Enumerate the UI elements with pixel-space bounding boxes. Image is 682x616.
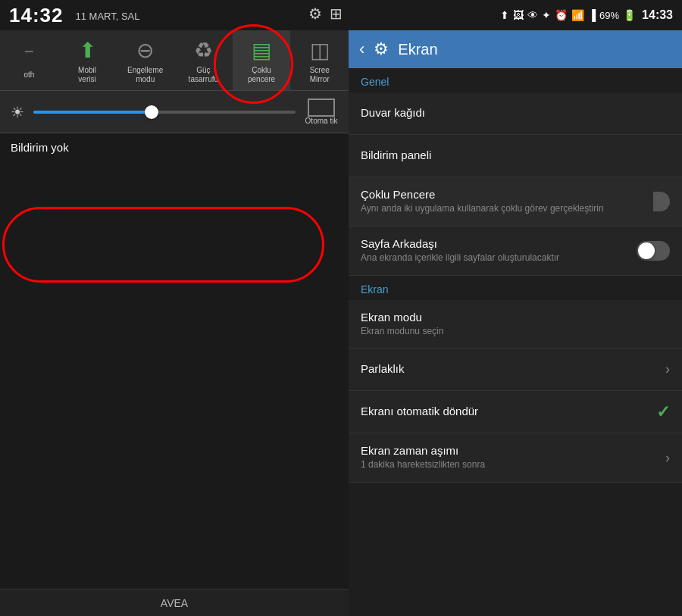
settings-item-parlaklik[interactable]: Parlaklık › xyxy=(349,349,682,391)
notification-text: Bildirim yok xyxy=(11,141,69,154)
otomatik-dondur-content: Ekranı otomatik döndür xyxy=(361,405,647,419)
brightness-auto[interactable]: Otoma tik xyxy=(305,98,338,125)
parlaklik-chevron: › xyxy=(665,361,670,377)
qs-coklu-label: Çoklupencere xyxy=(248,66,275,84)
upload-icon: ⬆ xyxy=(500,9,509,21)
brightness-fill xyxy=(33,111,152,114)
eye-icon: 👁 xyxy=(527,9,538,21)
status-bar-right: ⬆ 🖼 👁 ✦ ⏰ 📶 ▐ 69% 🔋 14:33 xyxy=(349,0,682,30)
coklu-pencere-content: Çoklu Pencere Aynı anda iki uygulama kul… xyxy=(361,188,644,215)
qs-engelleme-label: Engellememodu xyxy=(127,66,163,84)
qs-guc-icon: ♻ xyxy=(194,38,213,63)
status-icons: ⬆ 🖼 👁 ✦ ⏰ 📶 ▐ 69% 🔋 xyxy=(500,9,636,21)
signal-icon: ▐ xyxy=(588,9,596,21)
settings-item-sayfa-arkadasi[interactable]: Sayfa Arkadaşı Ana ekranda içerikle ilgi… xyxy=(349,227,682,276)
whole-page: 14:32 11 MART, SAL ⚙ ⊞ ⁻ oth ⬆ Mobilveri… xyxy=(0,0,682,616)
brightness-icon: ☀ xyxy=(11,103,24,121)
qs-item-engelleme[interactable]: ⊖ Engellememodu xyxy=(116,30,174,90)
sayfa-arkadasi-subtitle: Ana ekranda içerikle ilgili sayfalar olu… xyxy=(361,252,627,264)
qs-engelleme-icon: ⊖ xyxy=(136,38,154,63)
qs-guc-label: Güçtasarrufu xyxy=(189,66,218,84)
zaman-asimi-subtitle: 1 dakika hareketsizlikten sonra xyxy=(361,458,656,471)
carrier-text: AVEA xyxy=(161,597,188,609)
duvar-kagidi-content: Duvar kağıdı xyxy=(361,106,670,120)
qs-item-mobil-verisi[interactable]: ⬆ Mobilverisi xyxy=(58,30,117,90)
ekran-modu-content: Ekran modu Ekran modunu seçin xyxy=(361,311,670,338)
bildirim-paneli-content: Bildirim paneli xyxy=(361,149,670,163)
time-left: 14:32 xyxy=(9,4,64,27)
notification-header: Bildirim yok xyxy=(0,133,349,161)
parlaklik-content: Parlaklık xyxy=(361,362,656,377)
coklu-pencere-title: Çoklu Pencere xyxy=(361,188,644,201)
settings-item-coklu-pencere[interactable]: Çoklu Pencere Aynı anda iki uygulama kul… xyxy=(349,177,682,227)
checkmark-icon: ✓ xyxy=(656,402,670,421)
right-panel: ⬆ 🖼 👁 ✦ ⏰ 📶 ▐ 69% 🔋 14:33 ‹ ⚙ Ekran Gene… xyxy=(349,0,682,616)
ekran-modu-title: Ekran modu xyxy=(361,311,670,324)
alarm-icon: ⏰ xyxy=(555,9,568,21)
parlaklik-title: Parlaklık xyxy=(361,362,656,375)
qs-oth-label: oth xyxy=(23,70,34,80)
otomatik-dondur-title: Ekranı otomatik döndür xyxy=(361,405,647,417)
grid-icon[interactable]: ⊞ xyxy=(330,5,343,23)
qs-screen-icon: ◫ xyxy=(310,38,330,63)
sayfa-arkadasi-content: Sayfa Arkadaşı Ana ekranda içerikle ilgi… xyxy=(361,237,627,264)
sayfa-arkadasi-title: Sayfa Arkadaşı xyxy=(361,237,627,250)
qs-coklu-icon: ▤ xyxy=(252,38,271,63)
date-left: 11 MART, SAL xyxy=(76,11,140,22)
brightness-slider[interactable] xyxy=(33,111,296,114)
section-genel-label: Genel xyxy=(361,76,389,88)
settings-item-duvar-kagidi[interactable]: Duvar kağıdı xyxy=(349,92,682,135)
duvar-kagidi-title: Duvar kağıdı xyxy=(361,106,670,119)
settings-list: Genel Duvar kağıdı Bildirim paneli Çoklu… xyxy=(349,68,682,616)
ekran-modu-subtitle: Ekran modunu seçin xyxy=(361,325,670,338)
battery-text: 69% xyxy=(599,10,619,21)
section-ekran-label: Ekran xyxy=(361,283,389,295)
qs-item-coklu-pencere[interactable]: ▤ Çoklupencere xyxy=(233,30,291,90)
bildirim-paneli-title: Bildirim paneli xyxy=(361,149,670,161)
settings-item-zaman-asimi[interactable]: Ekran zaman aşımı 1 dakika hareketsizlik… xyxy=(349,433,682,483)
settings-header: ‹ ⚙ Ekran xyxy=(349,30,682,68)
settings-gear-icon: ⚙ xyxy=(374,39,389,59)
settings-item-otomatik-dondur[interactable]: Ekranı otomatik döndür ✓ xyxy=(349,391,682,433)
sayfa-arkadasi-toggle[interactable] xyxy=(637,241,670,261)
brightness-auto-label: Otoma tik xyxy=(305,117,338,125)
brightness-row: ☀ Otoma tik xyxy=(0,91,349,133)
toggle-partial-icon xyxy=(653,192,670,211)
chevron-icon-parlaklik: › xyxy=(665,361,670,377)
section-genel-header: Genel xyxy=(349,68,682,92)
gear-icon[interactable]: ⚙ xyxy=(308,5,322,23)
top-right-icons: ⚙ ⊞ xyxy=(308,5,343,23)
status-bar-left: 14:32 11 MART, SAL ⚙ ⊞ xyxy=(0,0,349,30)
chevron-icon-zaman: › xyxy=(665,450,670,465)
wifi-icon: 📶 xyxy=(571,9,584,21)
battery-icon: 🔋 xyxy=(623,9,636,21)
carrier-bar: AVEA xyxy=(0,589,349,616)
bluetooth-icon: ✦ xyxy=(542,9,551,21)
qs-item-oth[interactable]: ⁻ oth xyxy=(0,30,58,90)
settings-item-ekran-modu[interactable]: Ekran modu Ekran modunu seçin xyxy=(349,300,682,349)
notification-content xyxy=(0,161,349,616)
back-button[interactable]: ‹ xyxy=(359,39,364,59)
image-icon: 🖼 xyxy=(513,9,524,21)
qs-mobil-icon: ⬆ xyxy=(79,38,96,63)
zaman-asimi-chevron: › xyxy=(665,450,670,466)
brightness-thumb[interactable] xyxy=(145,105,158,119)
coklu-pencere-toggle[interactable] xyxy=(653,192,670,211)
left-panel: 14:32 11 MART, SAL ⚙ ⊞ ⁻ oth ⬆ Mobilveri… xyxy=(0,0,349,616)
settings-title: Ekran xyxy=(398,41,437,58)
time-right: 14:33 xyxy=(642,8,673,22)
qs-item-screen-mirror[interactable]: ◫ ScreeMirror xyxy=(290,30,349,90)
coklu-pencere-subtitle: Aynı anda iki uygulama kullanarak çoklu … xyxy=(361,202,644,215)
zaman-asimi-content: Ekran zaman aşımı 1 dakika hareketsizlik… xyxy=(361,444,656,471)
qs-oth-icon: ⁻ xyxy=(23,42,35,67)
toggle-off-sayfa xyxy=(637,241,670,261)
settings-item-bildirim-paneli[interactable]: Bildirim paneli xyxy=(349,135,682,177)
otomatik-dondur-check[interactable]: ✓ xyxy=(656,402,670,422)
brightness-auto-box xyxy=(308,98,335,117)
qs-item-guc[interactable]: ♻ Güçtasarrufu xyxy=(174,30,233,90)
section-ekran-header: Ekran xyxy=(349,276,682,300)
zaman-asimi-title: Ekran zaman aşımı xyxy=(361,444,656,457)
qs-mobil-label: Mobilverisi xyxy=(78,66,96,84)
quick-settings-row: ⁻ oth ⬆ Mobilverisi ⊖ Engellememodu ♻ Gü… xyxy=(0,30,349,91)
qs-screen-label: ScreeMirror xyxy=(310,66,330,84)
